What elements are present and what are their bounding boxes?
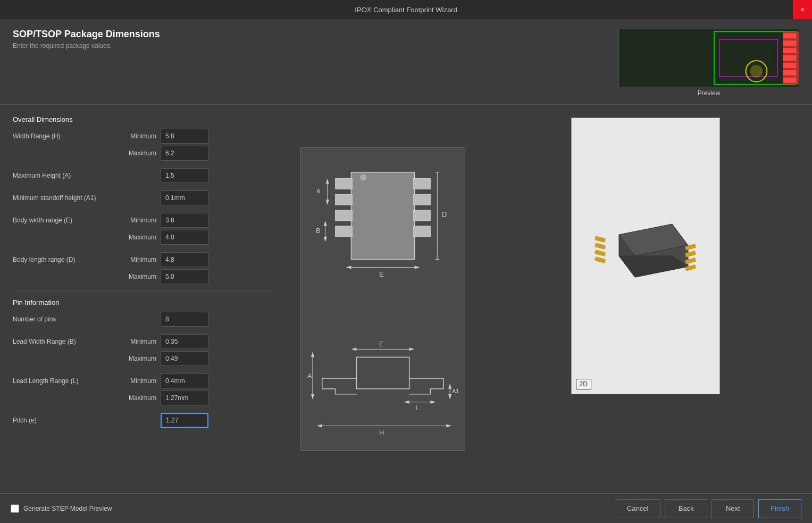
- body-length-group: Body length range (D) Minimum Maximum: [13, 252, 274, 284]
- svg-marker-34: [326, 200, 329, 205]
- lead-length-label: Lead Length Range (L): [13, 377, 119, 385]
- max-height-input[interactable]: [161, 168, 208, 183]
- svg-marker-42: [446, 424, 451, 427]
- lead-width-max-input[interactable]: [161, 351, 208, 366]
- header-section: SOP/TSOP Package Dimensions Enter the re…: [0, 19, 812, 105]
- lead-width-min-input[interactable]: [161, 334, 208, 349]
- body-width-min-input[interactable]: [161, 213, 208, 228]
- width-range-max-input[interactable]: [161, 146, 208, 161]
- svg-text:A: A: [307, 372, 312, 380]
- lead-length-max-row: Maximum: [13, 391, 274, 405]
- main-window: IPC® Compliant Footprint Wizard × SOP/TS…: [0, 0, 812, 523]
- svg-rect-23: [414, 226, 431, 237]
- pin-information-title: Pin Information: [13, 298, 274, 306]
- svg-rect-21: [414, 194, 431, 205]
- svg-rect-16: [336, 179, 353, 189]
- max-height-label: Maximum Height (A): [13, 172, 119, 179]
- lead-length-max-label: Maximum: [119, 394, 156, 402]
- body-length-max-input[interactable]: [161, 269, 208, 284]
- svg-rect-79: [594, 236, 605, 243]
- svg-rect-9: [783, 48, 796, 53]
- window-title: IPC® Compliant Footprint Wizard: [355, 6, 457, 14]
- left-panel: Overall Dimensions Width Range (H) Minim…: [0, 105, 287, 493]
- pitch-input[interactable]: [161, 413, 208, 428]
- back-button[interactable]: Back: [665, 499, 707, 518]
- pcb-thumbnail-svg: [619, 29, 799, 87]
- svg-rect-14: [351, 172, 414, 260]
- body-width-max-input[interactable]: [161, 230, 208, 245]
- svg-marker-61: [448, 394, 451, 400]
- svg-rect-12: [783, 70, 796, 76]
- body-length-min-input[interactable]: [161, 252, 208, 267]
- main-body: Overall Dimensions Width Range (H) Minim…: [0, 105, 812, 493]
- svg-rect-20: [414, 179, 431, 189]
- svg-text:E: E: [379, 270, 384, 278]
- body-width-label: Body width range (E): [13, 217, 119, 224]
- finish-button[interactable]: Finish: [758, 499, 801, 518]
- pitch-row: Pitch (e): [13, 413, 274, 428]
- svg-marker-65: [430, 401, 436, 404]
- lead-width-label: Lead Width Range (B): [13, 338, 119, 345]
- lead-width-max-label: Maximum: [119, 355, 156, 362]
- body-length-label: Body length range (D): [13, 256, 119, 263]
- body-width-max-row: Maximum: [13, 230, 274, 245]
- body-length-max-label: Maximum: [119, 273, 156, 280]
- width-range-max-row: Maximum: [13, 146, 274, 161]
- lead-length-min-label: Minimum: [119, 377, 156, 385]
- width-range-min-label: Minimum: [119, 132, 156, 140]
- close-button[interactable]: ×: [793, 0, 812, 19]
- svg-point-6: [750, 65, 763, 78]
- page-title: SOP/TSOP Package Dimensions: [13, 29, 160, 40]
- 3d-chip-svg: [582, 203, 709, 309]
- cancel-button[interactable]: Cancel: [615, 499, 660, 518]
- lead-width-group: Lead Width Range (B) Minimum Maximum: [13, 334, 274, 366]
- num-pins-label: Number of pins: [13, 316, 119, 323]
- svg-marker-68: [351, 347, 356, 351]
- lead-length-max-input[interactable]: [161, 391, 208, 405]
- body-width-group: Body width range (E) Minimum Maximum: [13, 213, 274, 245]
- svg-rect-82: [594, 256, 605, 263]
- width-range-min-input[interactable]: [161, 129, 208, 144]
- svg-text:E: E: [379, 340, 384, 348]
- svg-rect-13: [783, 78, 796, 83]
- content-area: SOP/TSOP Package Dimensions Enter the re…: [0, 19, 812, 523]
- footer-left: Generate STEP Model Preview: [11, 504, 112, 513]
- svg-text:L: L: [416, 404, 420, 412]
- svg-marker-69: [409, 347, 415, 351]
- pcb-thumbnail: [618, 29, 799, 87]
- num-pins-input[interactable]: [161, 312, 208, 327]
- svg-rect-7: [783, 33, 796, 38]
- next-button[interactable]: Next: [711, 499, 754, 518]
- page-subtitle: Enter the required package values.: [13, 42, 160, 49]
- svg-marker-38: [324, 221, 327, 226]
- min-standoff-input[interactable]: [161, 190, 208, 205]
- svg-rect-11: [783, 63, 796, 68]
- step-model-checkbox[interactable]: [11, 504, 19, 513]
- svg-rect-81: [594, 250, 605, 256]
- 3d-preview-container: 2D: [571, 118, 720, 394]
- lead-length-group: Lead Length Range (L) Minimum Maximum: [13, 373, 274, 405]
- component-diagram: D E e B: [300, 147, 465, 451]
- svg-point-15: [360, 175, 366, 181]
- body-width-min-label: Minimum: [119, 217, 156, 224]
- body-length-min-row: Body length range (D) Minimum: [13, 252, 274, 267]
- step-model-label[interactable]: Generate STEP Model Preview: [23, 505, 112, 512]
- svg-text:H: H: [379, 429, 384, 437]
- max-height-row: Maximum Height (A): [13, 168, 274, 183]
- svg-rect-17: [336, 194, 353, 205]
- body-width-min-row: Body width range (E) Minimum: [13, 213, 274, 228]
- footer-buttons: Cancel Back Next Finish: [615, 499, 801, 518]
- body-length-min-label: Minimum: [119, 256, 156, 263]
- svg-marker-64: [404, 401, 409, 404]
- svg-text:D: D: [441, 210, 447, 219]
- center-panel: D E e B: [287, 105, 479, 493]
- 2d-badge: 2D: [576, 379, 591, 389]
- lead-length-min-input[interactable]: [161, 373, 208, 388]
- svg-marker-57: [311, 394, 314, 400]
- width-range-group: Width Range (H) Minimum Maximum: [13, 129, 274, 161]
- svg-marker-33: [326, 179, 329, 184]
- lead-width-max-row: Maximum: [13, 351, 274, 366]
- width-range-max-label: Maximum: [119, 150, 156, 157]
- header-preview-thumbnail: Preview: [618, 29, 799, 97]
- component-diagram-svg: D E e B: [306, 155, 459, 443]
